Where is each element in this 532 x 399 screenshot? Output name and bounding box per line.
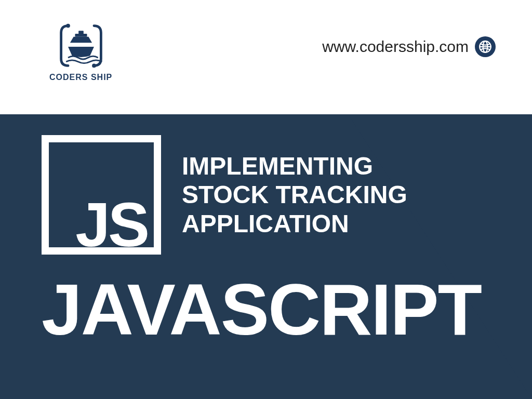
brand-name: CODERS SHIP: [49, 73, 112, 82]
topic-line-2: STOCK TRACKING: [182, 180, 407, 209]
svg-point-1: [92, 64, 96, 68]
header: CODERS SHIP www.codersship.com: [0, 0, 532, 114]
site-url-text: www.codersship.com: [322, 38, 469, 56]
js-badge-text: JS: [75, 193, 148, 256]
svg-point-0: [66, 24, 70, 28]
ship-logo-icon: [56, 21, 106, 71]
site-url[interactable]: www.codersship.com: [322, 36, 496, 57]
topic-heading: IMPLEMENTING STOCK TRACKING APPLICATION: [182, 152, 407, 238]
topic-line-1: IMPLEMENTING: [182, 152, 407, 180]
globe-icon: [475, 36, 496, 57]
topic-row: JS IMPLEMENTING STOCK TRACKING APPLICATI…: [42, 135, 501, 255]
svg-marker-4: [70, 37, 92, 43]
language-title: JAVASCRIPT: [42, 273, 501, 346]
topic-line-3: APPLICATION: [182, 209, 407, 238]
js-badge: JS: [42, 135, 161, 255]
brand-logo-block: CODERS SHIP: [49, 21, 112, 82]
hero-banner: JS IMPLEMENTING STOCK TRACKING APPLICATI…: [0, 114, 532, 399]
svg-rect-3: [78, 31, 84, 34]
